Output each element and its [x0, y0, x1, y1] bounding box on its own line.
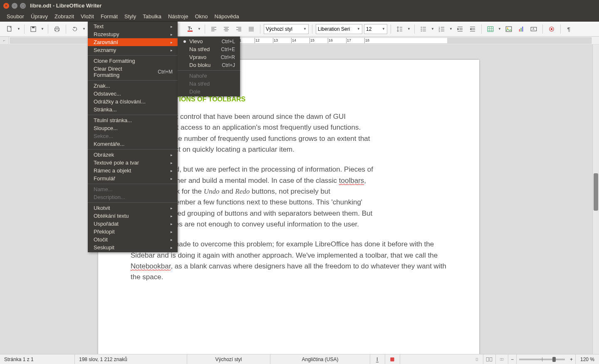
vertical-scrollbar[interactable]	[592, 44, 599, 354]
format-menu-item-2[interactable]: Zarovnání▸	[88, 38, 178, 46]
new-doc-button[interactable]	[4, 24, 15, 34]
status-signature-icon[interactable]	[385, 354, 400, 364]
svg-point-16	[507, 27, 508, 29]
format-menu-item-0[interactable]: Text▸	[88, 22, 178, 30]
menu-napoveda[interactable]: Nápověda	[211, 12, 243, 21]
line-spacing-button[interactable]	[394, 24, 405, 34]
format-menu-item-30[interactable]: Otočit▸	[88, 236, 178, 243]
font-color-dropdown[interactable]: ▼	[197, 24, 201, 34]
status-language[interactable]: Angličtina (USA)	[270, 354, 370, 364]
menu-vlozit[interactable]: Vložit	[77, 12, 97, 21]
format-menu-item-20[interactable]: Rámec a objekt▸	[88, 167, 178, 175]
new-doc-dropdown[interactable]: ▼	[17, 24, 21, 34]
format-menu-item-13[interactable]: Titulní stránka...	[88, 116, 178, 124]
format-menu-item-21[interactable]: Formulář▸	[88, 175, 178, 182]
numbered-list-button[interactable]: 123	[436, 24, 447, 34]
status-view-multi-icon[interactable]	[483, 354, 496, 364]
format-menu-item-9[interactable]: Odstavec...	[88, 90, 178, 98]
align-submenu-item-0[interactable]: VlevoCtrl+L	[178, 37, 240, 45]
format-menu-item-16[interactable]: Komentáře...	[88, 140, 178, 148]
svg-rect-2	[32, 27, 35, 28]
align-submenu-item-7: Dole	[178, 88, 240, 96]
insert-chart-button[interactable]	[516, 24, 527, 34]
insert-table-dropdown[interactable]: ▼	[498, 24, 502, 34]
decrease-indent-button[interactable]	[467, 24, 478, 34]
increase-indent-button[interactable]	[455, 24, 465, 34]
insert-table-button[interactable]	[485, 24, 496, 34]
status-zoom[interactable]: 120 %	[576, 354, 599, 364]
svg-rect-15	[506, 27, 512, 32]
format-menu-item-27[interactable]: Obtékání textu▸	[88, 212, 178, 220]
doc-paragraph-2: option is limited, but we are perfect in…	[131, 164, 447, 230]
zoom-slider-thumb[interactable]	[552, 357, 556, 362]
format-menu-item-5[interactable]: Clone Formatting	[88, 57, 178, 65]
menu-upravy[interactable]: Úpravy	[27, 12, 51, 21]
paragraph-style-combo[interactable]: Výchozí styl▼	[264, 24, 309, 34]
zoom-slider[interactable]	[519, 359, 565, 360]
insert-textbox-button[interactable]: A	[528, 24, 539, 34]
status-view-single-icon[interactable]	[471, 354, 483, 364]
save-dropdown[interactable]: ▼	[40, 24, 45, 34]
font-color-button[interactable]: T	[185, 24, 196, 34]
format-menu-item-10[interactable]: Odrážky a číslování...	[88, 98, 178, 106]
status-style[interactable]: Výchozí styl	[187, 354, 270, 364]
menu-nastroje[interactable]: Nástroje	[165, 12, 191, 21]
format-menu-item-14[interactable]: Sloupce...	[88, 124, 178, 132]
format-menu-item-6[interactable]: Clear Direct FormattingCtrl+M	[88, 65, 178, 79]
line-spacing-dropdown[interactable]: ▼	[407, 24, 411, 34]
format-menu-item-19[interactable]: Textové pole a tvar▸	[88, 159, 178, 167]
menu-okno[interactable]: Okno	[191, 12, 211, 21]
format-menu-item-29[interactable]: Překlopit▸	[88, 228, 178, 236]
insert-image-button[interactable]	[503, 24, 514, 34]
status-page[interactable]: Stránka 1 z 1	[0, 354, 75, 364]
window-maximize-button[interactable]: ▢	[20, 3, 26, 9]
menu-soubor[interactable]: Soubor	[3, 12, 27, 21]
menu-tabulka[interactable]: Tabulka	[139, 12, 165, 21]
svg-rect-26	[476, 358, 478, 361]
format-menu-item-18[interactable]: Obrázek▸	[88, 151, 178, 159]
bullet-list-dropdown[interactable]: ▼	[431, 24, 435, 34]
format-menu-item-24: Description...	[88, 193, 178, 201]
svg-rect-27	[487, 357, 489, 361]
align-submenu-item-2[interactable]: VpravoCtrl+R	[178, 53, 240, 61]
formatting-marks-button[interactable]: ¶	[564, 24, 575, 34]
numbered-list-dropdown[interactable]: ▼	[449, 24, 453, 34]
font-name-combo[interactable]: Liberation Seri▼	[316, 24, 362, 34]
save-button[interactable]	[28, 24, 39, 34]
align-submenu-item-1[interactable]: Na středCtrl+E	[178, 45, 240, 53]
menu-zobrazit[interactable]: Zobrazit	[51, 12, 77, 21]
format-menu-item-26[interactable]: Ukotvit▸	[88, 204, 178, 212]
status-view-book-icon[interactable]	[496, 354, 508, 364]
format-menu-dropdown: Text▸Rozestupy▸Zarovnání▸Seznamy▸Clone F…	[88, 22, 178, 252]
align-submenu-item-5: Nahoře	[178, 72, 240, 80]
status-wordcount[interactable]: 198 slov, 1 212 znaků	[75, 354, 187, 364]
status-insert-mode[interactable]: I̲	[370, 354, 385, 364]
menu-styly[interactable]: Styly	[121, 12, 139, 21]
align-left-button[interactable]	[208, 24, 219, 34]
zoom-out-button[interactable]: −	[508, 354, 517, 364]
font-size-combo[interactable]: 12▼	[364, 24, 387, 34]
menu-format[interactable]: Formát	[97, 12, 121, 21]
format-menu-item-28[interactable]: Uspořádat▸	[88, 220, 178, 228]
align-justify-button[interactable]	[246, 24, 257, 34]
window-close-button[interactable]: ✕	[3, 3, 9, 9]
align-center-button[interactable]	[221, 24, 232, 34]
zoom-in-button[interactable]: +	[567, 354, 576, 364]
bullet-list-button[interactable]	[418, 24, 429, 34]
format-menu-item-3[interactable]: Seznamy▸	[88, 46, 178, 54]
ruler-corner[interactable]: ⌐	[0, 37, 9, 44]
doc-paragraph-3: ts have been made to overcome this probl…	[131, 239, 447, 283]
align-right-button[interactable]	[233, 24, 244, 34]
svg-rect-30	[502, 358, 504, 360]
format-menu-item-11[interactable]: Stránka...	[88, 106, 178, 113]
print-button[interactable]	[52, 24, 62, 34]
format-menu-item-1[interactable]: Rozestupy▸	[88, 30, 178, 38]
window-minimize-button[interactable]: −	[12, 3, 17, 9]
record-changes-button[interactable]	[546, 24, 557, 34]
undo-dropdown[interactable]: ▼	[82, 24, 86, 34]
format-menu-item-8[interactable]: Znak...	[88, 82, 178, 90]
format-menu-item-31[interactable]: Seskupit▸	[88, 243, 178, 251]
align-submenu-item-3[interactable]: Do blokuCtrl+J	[178, 61, 240, 69]
scrollbar-thumb[interactable]	[594, 173, 598, 211]
undo-button[interactable]	[69, 24, 80, 34]
